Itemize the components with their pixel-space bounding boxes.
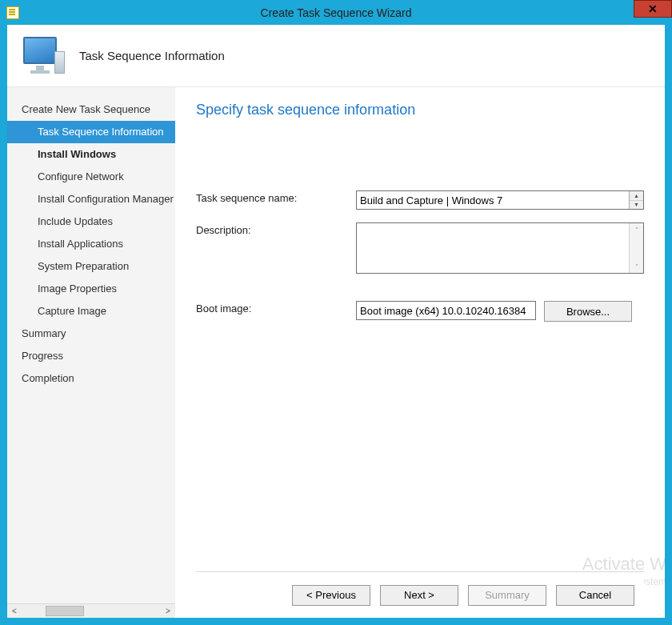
sidebar-item-task-sequence-info[interactable]: Task Sequence Information	[7, 121, 175, 143]
task-name-input[interactable]	[357, 191, 629, 209]
sidebar-item-configure-network[interactable]: Configure Network	[7, 166, 175, 188]
header-title: Task Sequence Information	[79, 49, 225, 62]
sidebar-items: Create New Task Sequence Task Sequence I…	[7, 87, 175, 603]
row-boot-image: Boot image: Boot image (x64) 10.0.10240.…	[196, 301, 644, 322]
scroll-up-icon[interactable]: ˄	[630, 223, 643, 236]
sidebar-item-progress[interactable]: Progress	[7, 345, 175, 367]
close-button[interactable]: ✕	[634, 0, 672, 18]
window-inner: Task Sequence Information Create New Tas…	[7, 25, 665, 618]
row-description: Description: ˄ ˅	[196, 222, 644, 274]
sidebar-horizontal-scrollbar[interactable]: < >	[7, 603, 175, 618]
description-wrap: ˄ ˅	[356, 222, 644, 274]
sidebar-item-image-properties[interactable]: Image Properties	[7, 278, 175, 300]
footer-bar: < Previous Next > Summary Cancel	[196, 571, 644, 618]
sidebar-item-include-updates[interactable]: Include Updates	[7, 210, 175, 233]
task-name-input-wrap: ▲ ▼	[356, 190, 644, 210]
wizard-icon	[6, 6, 19, 19]
window-frame: Create Task Sequence Wizard ✕ Task Seque…	[0, 0, 672, 625]
sidebar-item-capture-image[interactable]: Capture Image	[7, 300, 175, 323]
window-title: Create Task Sequence Wizard	[261, 6, 412, 19]
spinner-down-icon[interactable]: ▼	[630, 201, 643, 210]
scroll-left-icon[interactable]: <	[7, 604, 22, 618]
sidebar-item-create-new[interactable]: Create New Task Sequence	[7, 98, 175, 121]
scroll-track[interactable]	[22, 604, 161, 618]
label-task-name: Task sequence name:	[196, 190, 356, 204]
header-band: Task Sequence Information	[7, 25, 665, 87]
description-input[interactable]	[357, 223, 629, 273]
scroll-down-icon[interactable]: ˅	[630, 260, 643, 273]
task-name-spinner[interactable]: ▲ ▼	[629, 191, 643, 209]
sidebar-item-install-windows[interactable]: Install Windows	[7, 143, 175, 166]
label-description: Description:	[196, 222, 356, 236]
sidebar: Create New Task Sequence Task Sequence I…	[7, 87, 175, 618]
row-task-name: Task sequence name: ▲ ▼	[196, 190, 644, 210]
browse-button[interactable]: Browse...	[544, 301, 632, 322]
main-panel: Specify task sequence information Task s…	[175, 87, 665, 618]
computer-icon	[22, 37, 65, 75]
main-heading: Specify task sequence information	[196, 102, 644, 118]
boot-image-field[interactable]: Boot image (x64) 10.0.10240.16384	[356, 301, 536, 320]
body-area: Create New Task Sequence Task Sequence I…	[7, 87, 665, 618]
sidebar-item-install-config-mgr[interactable]: Install Configuration Manager	[7, 188, 175, 210]
previous-button[interactable]: < Previous	[292, 585, 370, 606]
summary-button: Summary	[468, 585, 546, 606]
next-button[interactable]: Next >	[380, 585, 458, 606]
sidebar-item-install-applications[interactable]: Install Applications	[7, 233, 175, 255]
sidebar-item-summary[interactable]: Summary	[7, 323, 175, 345]
sidebar-item-system-preparation[interactable]: System Preparation	[7, 255, 175, 278]
close-icon: ✕	[648, 2, 658, 15]
cancel-button[interactable]: Cancel	[556, 585, 634, 606]
label-boot-image: Boot image:	[196, 301, 356, 315]
sidebar-item-completion[interactable]: Completion	[7, 367, 175, 390]
titlebar[interactable]: Create Task Sequence Wizard ✕	[0, 0, 672, 25]
description-scrollbar[interactable]: ˄ ˅	[629, 223, 643, 273]
scroll-right-icon[interactable]: >	[161, 604, 175, 618]
spinner-up-icon[interactable]: ▲	[630, 191, 643, 201]
scroll-thumb[interactable]	[46, 606, 84, 616]
